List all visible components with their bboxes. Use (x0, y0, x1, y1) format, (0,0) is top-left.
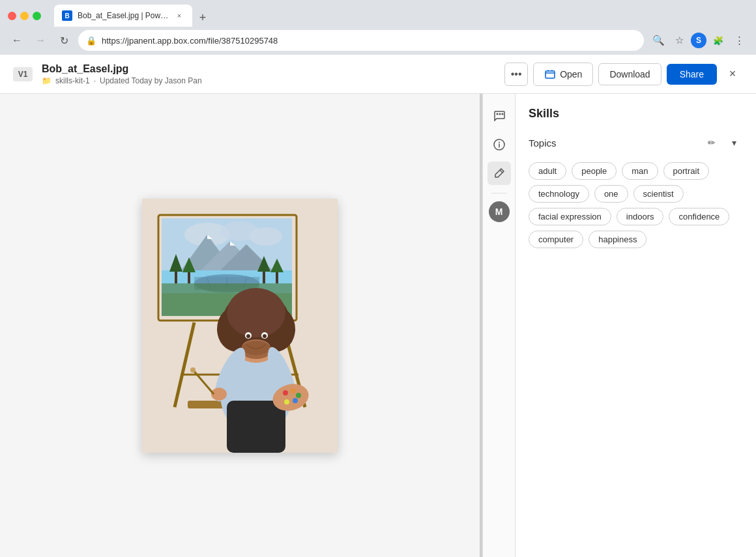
browser-toolbar: ← → ↻ 🔒 https://jpanent.app.box.com/file… (0, 26, 756, 55)
chat-icon-button[interactable] (487, 104, 511, 128)
svg-point-56 (284, 399, 289, 405)
svg-point-55 (293, 398, 298, 403)
search-icon-button[interactable]: 🔍 (649, 31, 667, 50)
svg-line-63 (500, 170, 502, 173)
tag-item: adult (529, 162, 566, 180)
traffic-lights (8, 12, 41, 20)
svg-point-61 (499, 142, 500, 143)
tag-item: confidence (669, 208, 729, 225)
app-content: V1 Bob_at_Easel.jpg 📁 skills-kit-1 · Upd… (0, 55, 756, 557)
tab-bar: Bob_at_Easel.jpg | Powered by × + (46, 5, 220, 27)
svg-point-43 (263, 334, 267, 338)
topics-expand-button[interactable]: ▾ (725, 134, 743, 152)
more-dots-icon: ••• (511, 68, 522, 80)
preview-image (142, 199, 338, 453)
close-window-button[interactable] (8, 12, 16, 20)
menu-icon-button[interactable]: ⋮ (730, 31, 748, 50)
svg-point-39 (227, 288, 285, 337)
url-text: https://jpanent.app.box.com/file/3875102… (102, 36, 636, 46)
file-meta: 📁 skills-kit-1 · Updated Today by Jason … (42, 76, 504, 85)
updated-text: Updated Today by Jason Pan (100, 76, 202, 85)
svg-point-53 (291, 388, 296, 393)
active-tab[interactable]: Bob_at_Easel.jpg | Powered by × (54, 5, 192, 27)
tag-item: one (594, 185, 628, 203)
header-actions: ••• Open Download Share × (504, 63, 743, 86)
open-icon (544, 68, 556, 80)
open-button[interactable]: Open (533, 63, 593, 86)
svg-point-59 (501, 113, 503, 115)
file-header: V1 Bob_at_Easel.jpg 📁 skills-kit-1 · Upd… (0, 55, 756, 94)
folder-name: skills-kit-1 (55, 76, 90, 85)
tags-container: adultpeoplemanportraittechnologyonescien… (529, 162, 743, 248)
tag-item: computer (529, 231, 583, 248)
main-area: M Skills Topics ✏ ▾ adultpeoplemanportra… (0, 94, 756, 557)
svg-point-58 (499, 113, 501, 115)
side-icon-divider (491, 193, 507, 193)
lock-icon: 🔒 (86, 36, 96, 46)
browser-toolbar-icons: 🔍 ☆ S 🧩 ⋮ (649, 31, 748, 50)
svg-rect-0 (545, 71, 555, 78)
bookmark-icon-button[interactable]: ☆ (670, 31, 688, 50)
tab-close-button[interactable]: × (174, 10, 184, 21)
close-panel-button[interactable]: × (722, 64, 743, 85)
edit-icon-button[interactable] (487, 162, 511, 185)
topics-edit-button[interactable]: ✏ (703, 134, 721, 152)
meta-separator: · (94, 76, 96, 85)
tag-item: people (572, 162, 617, 180)
refresh-button[interactable]: ↻ (55, 31, 73, 50)
maximize-window-button[interactable] (33, 12, 41, 20)
minimize-window-button[interactable] (20, 12, 29, 20)
topics-header: Topics ✏ ▾ (529, 134, 743, 152)
svg-point-52 (283, 390, 288, 395)
topics-actions: ✏ ▾ (703, 134, 743, 152)
tab-title-text: Bob_at_Easel.jpg | Powered by (78, 11, 169, 20)
forward-button[interactable]: → (31, 31, 50, 50)
skills-title: Skills (529, 107, 743, 121)
info-icon-button[interactable] (487, 133, 511, 156)
file-version-badge: V1 (13, 67, 33, 81)
open-label: Open (560, 69, 582, 79)
address-bar[interactable]: 🔒 https://jpanent.app.box.com/file/38751… (78, 30, 644, 51)
extension-icon-button[interactable]: 🧩 (709, 31, 727, 50)
tag-item: portrait (663, 162, 709, 180)
tag-item: happiness (589, 231, 647, 248)
side-panel: M Skills Topics ✏ ▾ adultpeoplemanportra… (482, 94, 756, 557)
browser-titlebar: Bob_at_Easel.jpg | Powered by × + (0, 0, 756, 26)
svg-point-57 (496, 113, 498, 115)
file-info: Bob_at_Easel.jpg 📁 skills-kit-1 · Update… (42, 63, 504, 85)
back-button[interactable]: ← (8, 31, 26, 50)
browser-chrome: Bob_at_Easel.jpg | Powered by × + ← → ↻ … (0, 0, 756, 55)
side-icon-bar: M (483, 94, 516, 557)
skills-panel: Skills Topics ✏ ▾ adultpeoplemanportrait… (516, 94, 756, 557)
svg-point-42 (246, 334, 250, 338)
tab-favicon-icon (62, 10, 72, 21)
svg-point-50 (190, 367, 196, 373)
share-button[interactable]: Share (667, 64, 717, 85)
tag-item: technology (529, 185, 589, 203)
tag-item: indoors (617, 208, 664, 225)
image-viewer (0, 94, 480, 557)
topics-label: Topics (529, 137, 557, 149)
user-avatar-button[interactable]: M (489, 201, 510, 222)
tag-item: scientist (633, 185, 684, 203)
tag-item: facial expression (529, 208, 611, 225)
profile-icon-button[interactable]: S (691, 33, 706, 48)
close-icon: × (729, 67, 736, 81)
svg-point-54 (296, 393, 301, 398)
download-button[interactable]: Download (598, 63, 661, 85)
svg-rect-34 (227, 401, 285, 453)
new-tab-button[interactable]: + (194, 8, 212, 27)
file-name: Bob_at_Easel.jpg (42, 63, 504, 75)
folder-icon: 📁 (42, 76, 51, 85)
more-options-button[interactable]: ••• (504, 63, 528, 86)
svg-point-6 (250, 227, 282, 246)
tag-item: man (622, 162, 658, 180)
